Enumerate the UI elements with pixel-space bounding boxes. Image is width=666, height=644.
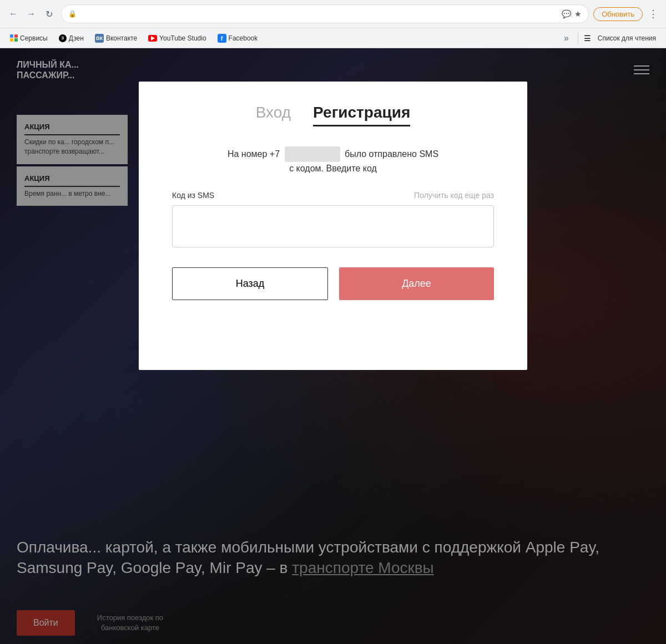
back-modal-button[interactable]: Назад xyxy=(172,267,328,300)
star-icon[interactable]: ★ xyxy=(574,9,582,18)
bookmark-youtube-label: YouTube Studio xyxy=(159,34,206,42)
bookmark-vk[interactable]: ВК Вконтакте xyxy=(90,32,142,45)
tab-login[interactable]: Вход xyxy=(256,104,291,126)
translate-icon[interactable]: 💬 xyxy=(562,9,571,18)
next-modal-button[interactable]: Далее xyxy=(339,267,494,300)
address-bar[interactable]: 🔒 mos.transport.vtb.ru/sppa/#/main-view … xyxy=(61,4,589,23)
code-section: Код из SMS Получить код еще раз xyxy=(172,191,494,247)
nav-buttons: ← → ↻ xyxy=(6,6,57,22)
menu-dots-button[interactable]: ⋮ xyxy=(646,6,660,22)
reading-list-item[interactable]: ☰ Список для чтения xyxy=(584,32,660,44)
vk-icon: ВК xyxy=(95,34,104,43)
modal-tabs: Вход Регистрация xyxy=(172,104,494,126)
bookmarks-divider xyxy=(578,33,578,44)
bookmark-facebook[interactable]: f Facebook xyxy=(213,32,263,45)
page-background: ЛИЧНЫЙ КА... ПАССАЖИР... АКЦИЯ Скидки по… xyxy=(0,48,666,644)
bookmark-dzen-label: Дзен xyxy=(69,34,84,42)
registration-modal: Вход Регистрация На номер +7 было отправ… xyxy=(139,82,527,370)
resend-link[interactable]: Получить код еще раз xyxy=(414,191,494,200)
bookmark-vk-label: Вконтакте xyxy=(106,34,137,42)
modal-overlay: Вход Регистрация На номер +7 было отправ… xyxy=(0,48,666,644)
browser-actions: Обновить ⋮ xyxy=(593,6,660,22)
back-button[interactable]: ← xyxy=(6,6,21,22)
bookmark-facebook-label: Facebook xyxy=(229,34,258,42)
reload-button[interactable]: ↻ xyxy=(41,6,57,22)
description-prefix: На номер +7 xyxy=(228,149,280,159)
facebook-icon: f xyxy=(218,34,226,43)
reading-list-label: Список для чтения xyxy=(593,32,660,44)
lock-icon: 🔒 xyxy=(68,10,77,18)
update-button[interactable]: Обновить xyxy=(593,7,643,21)
bookmarks-more-button[interactable]: » xyxy=(561,32,572,44)
reading-list-icon: ☰ xyxy=(584,34,591,43)
phone-masked xyxy=(285,146,340,162)
modal-description: На номер +7 было отправлено SMSс кодом. … xyxy=(172,146,494,175)
forward-button[interactable]: → xyxy=(23,6,39,22)
modal-buttons: Назад Далее xyxy=(172,267,494,300)
youtube-icon xyxy=(148,35,157,42)
browser-chrome: ← → ↻ 🔒 mos.transport.vtb.ru/sppa/#/main… xyxy=(0,0,666,48)
bookmark-youtube[interactable]: YouTube Studio xyxy=(144,32,211,44)
google-icon xyxy=(10,34,18,42)
code-label: Код из SMS xyxy=(172,191,214,200)
browser-toolbar: ← → ↻ 🔒 mos.transport.vtb.ru/sppa/#/main… xyxy=(0,0,666,28)
tab-register[interactable]: Регистрация xyxy=(313,104,410,126)
bookmark-services-label: Сервисы xyxy=(20,34,48,42)
code-input[interactable] xyxy=(172,205,494,247)
bookmarks-bar: Сервисы З Дзен ВК Вконтакте YouTube Stud… xyxy=(0,28,666,48)
dzen-icon: З xyxy=(59,34,67,42)
code-label-row: Код из SMS Получить код еще раз xyxy=(172,191,494,200)
bookmark-services[interactable]: Сервисы xyxy=(6,32,52,44)
bookmark-dzen[interactable]: З Дзен xyxy=(54,32,88,44)
url-input[interactable]: mos.transport.vtb.ru/sppa/#/main-view xyxy=(80,9,558,18)
